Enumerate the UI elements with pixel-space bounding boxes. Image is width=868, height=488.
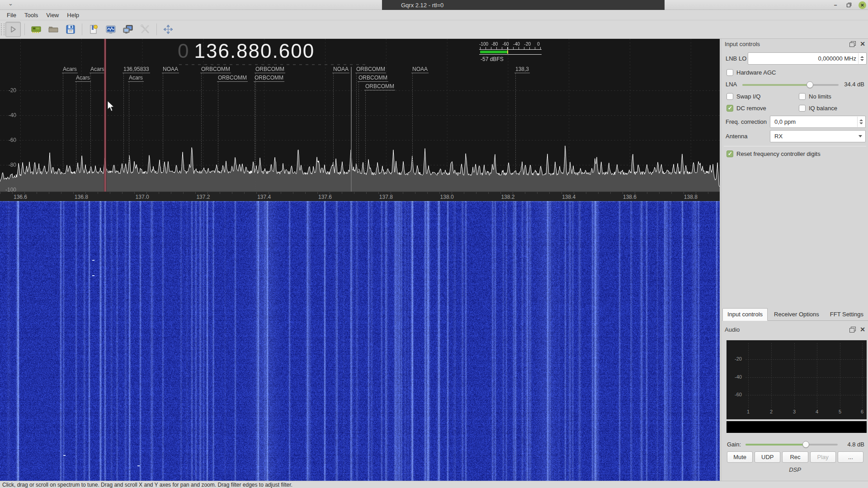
lna-label: LNA [726,81,737,88]
bookmark-label[interactable]: ORBCOMM [355,66,386,73]
save-settings-button[interactable] [63,22,78,37]
meter-scale-line [479,49,542,50]
antenna-combobox[interactable]: RX [770,130,866,142]
bookmark-label[interactable]: ORBCOMM [255,66,285,73]
bookmark-label[interactable]: 138,3 [514,66,530,73]
audio-gridline [794,343,795,408]
swap-iq-checkbox[interactable] [726,93,733,100]
spin-arrows-icon[interactable] [858,53,866,64]
toolbar-separator [82,23,82,35]
bookmark-label[interactable]: ORBCOMM [364,83,395,90]
configure-io-button[interactable] [28,22,44,37]
db-axis-label: -20 [3,87,16,94]
bookmark-label[interactable]: Acars [62,66,78,73]
close-button[interactable]: ✕ [859,1,866,9]
bookmark-label[interactable]: Acars [128,75,144,82]
lna-slider[interactable] [742,84,839,86]
bookmarks-button[interactable] [86,22,101,37]
meter-peak-marker [507,50,508,54]
play-button[interactable]: Play [810,451,836,463]
float-panel-icon[interactable] [849,41,855,47]
audio-waterfall[interactable] [726,421,867,433]
minimize-button[interactable]: – [831,1,840,9]
bookmark-label[interactable]: ORBCOMM [200,66,231,73]
close-panel-icon[interactable]: ✕ [860,327,865,332]
menu-item-tools[interactable]: Tools [20,11,42,19]
reset-digits-checkbox[interactable] [726,150,733,157]
bookmark-label[interactable]: ORBCOMM [358,75,388,82]
tab-input-controls[interactable]: Input controls [722,308,768,321]
close-panel-icon[interactable]: ✕ [860,41,865,47]
rec-button[interactable]: Rec [782,451,808,463]
frequency-minor-ticks [0,192,720,194]
frequency-display[interactable]: 0136.880.600 [178,40,315,62]
chevron-down-icon[interactable]: ⌄ [8,0,13,7]
toolbar-separator [24,23,25,35]
remote-display-button[interactable] [120,22,136,37]
save-settings-icon [65,24,76,35]
audio-spectrum[interactable]: 123456-20-40-60 [726,340,867,419]
input-controls-title: Input controls [725,41,760,47]
freq-correction-spinbox[interactable]: 0,0 ppm [770,116,866,128]
audio-x-label: 3 [793,409,796,414]
tools-button[interactable] [137,22,153,37]
bookmarks-icon [88,24,99,35]
tab-receiver-options[interactable]: Receiver Options [769,309,824,320]
dc-remove-checkbox[interactable] [726,105,733,112]
iq-balance-checkbox[interactable] [799,105,806,112]
bookmark-marker-line [515,73,516,192]
freq-axis-label: 137.2 [189,194,217,200]
dsp-play-button[interactable] [5,22,21,37]
antenna-value: RX [774,133,783,140]
bookmark-label[interactable]: Acars [90,66,105,73]
pan-move-button[interactable] [160,22,176,37]
waterfall-display[interactable] [0,201,720,481]
iq-monitor-button[interactable] [103,22,118,37]
iq-balance-label: IQ balance [809,105,837,112]
spectrum-plot[interactable] [0,39,720,192]
bookmark-label[interactable]: NOAA [332,66,349,73]
meter-level-bar [480,51,507,53]
float-panel-icon[interactable] [849,327,855,332]
bookmark-marker-line [356,73,357,192]
open-settings-button[interactable] [46,22,61,37]
toolbar-grip[interactable] [1,23,5,35]
spin-arrows-icon[interactable] [857,117,865,127]
restore-icon [846,2,852,8]
audio-x-label: 2 [770,409,773,414]
spectrum-pane: 0136.880.600 -57 dBFS -100-80-60-40-200 … [0,39,720,481]
frequency-axis[interactable]: 136.6136.8137.0137.2137.4137.6137.8138.0… [0,192,720,201]
bookmark-label[interactable]: Acars [75,75,91,82]
lnb-lo-spinbox[interactable]: 0,000000 MHz [748,52,867,65]
dsp-play-icon [9,25,18,34]
toolbar-separator [156,23,157,35]
frequency-digit-ticks [179,64,369,65]
menu-item-help[interactable]: Help [63,11,83,19]
menu-item-file[interactable]: File [3,11,20,19]
tab-fft-settings[interactable]: FFT Settings [826,309,868,320]
bookmark-label[interactable]: 136,95833 [123,66,150,73]
spectrum-plotter[interactable]: 0136.880.600 -57 dBFS -100-80-60-40-200 … [0,39,720,201]
bookmark-marker-line [365,90,366,192]
menu-item-view[interactable]: View [42,11,63,19]
hardware-agc-checkbox[interactable] [726,69,733,76]
udp-button[interactable]: UDP [755,451,780,463]
maximize-button[interactable] [845,1,853,9]
bookmark-label[interactable]: NOAA [162,66,179,73]
bookmark-label[interactable]: ORBCOMM [254,75,284,82]
status-text: Click, drag or scroll on spectrum to tun… [0,482,292,488]
antenna-label: Antenna [726,133,747,140]
bookmark-label[interactable]: NOAA [411,66,429,73]
-button[interactable]: ... [838,451,863,463]
mute-button[interactable]: Mute [727,451,753,463]
audio-gridline [745,377,867,378]
freq-axis-label: 138.6 [616,194,643,200]
gain-slider[interactable] [745,444,838,446]
bookmark-label[interactable]: ORBCOMM [217,75,248,82]
gain-slider-handle[interactable] [802,441,809,448]
freq-correction-value: 0,0 ppm [774,118,796,125]
bookmark-marker-line [63,73,63,192]
tuning-marker[interactable] [104,39,106,201]
no-limits-checkbox[interactable] [799,93,806,100]
lna-slider-handle[interactable] [807,81,813,88]
